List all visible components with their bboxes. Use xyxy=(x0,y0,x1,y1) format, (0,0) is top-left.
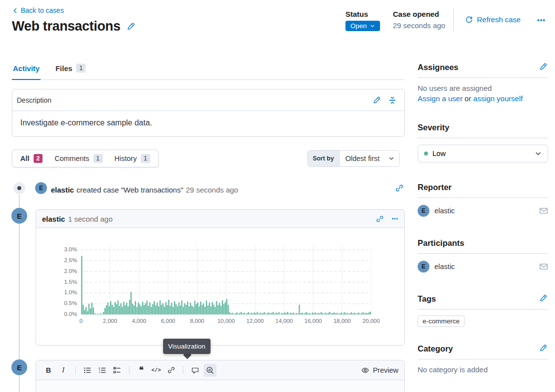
tab-activity-label: Activity xyxy=(13,64,40,73)
histogram-svg xyxy=(81,246,371,314)
header-divider xyxy=(453,7,454,32)
back-to-cases-link[interactable]: Back to cases xyxy=(12,6,64,14)
tags-title: Tags xyxy=(418,294,548,304)
y-axis-tick-label: 0.0% xyxy=(55,311,77,317)
filter-history-button[interactable]: History 1 xyxy=(109,150,156,167)
refresh-icon xyxy=(465,16,473,24)
assignees-empty-text: No users are assigned xyxy=(418,84,548,92)
severity-select[interactable]: Low xyxy=(418,145,548,162)
bold-button[interactable]: B xyxy=(42,364,55,377)
dot-icon xyxy=(17,186,21,190)
unordered-list-button[interactable] xyxy=(81,364,94,377)
or-text: or xyxy=(465,94,471,103)
case-visualization-chart[interactable]: 0.0%0.5%1.0%1.5%2.0%2.5%3.0%02,0004,0006… xyxy=(81,246,371,314)
case-actions-menu-button[interactable] xyxy=(537,16,546,25)
quote-button[interactable]: ❝ xyxy=(135,364,148,377)
y-axis-tick-label: 1.0% xyxy=(55,289,77,295)
description-header: Description xyxy=(12,89,404,111)
x-axis-tick-label: 16,000 xyxy=(298,318,329,324)
x-axis-tick-label: 4,000 xyxy=(123,318,155,324)
ordered-list-button[interactable] xyxy=(96,364,109,377)
filter-all-button[interactable]: All 2 xyxy=(14,150,48,167)
avatar: E xyxy=(11,359,27,375)
comment-card: elastic 1 second ago 0.0%0.5%1.0%1.5%2.0… xyxy=(36,209,405,346)
y-axis-tick-label: 0.5% xyxy=(55,300,77,306)
ordered-list-icon xyxy=(98,366,106,374)
avatar: E xyxy=(418,261,429,273)
edit-tags-button[interactable] xyxy=(539,294,547,302)
edit-description-button[interactable] xyxy=(373,96,381,104)
tab-files-label: Files xyxy=(55,64,72,73)
sort-by-label: Sort by xyxy=(308,151,340,166)
task-list-button[interactable] xyxy=(111,364,124,377)
status-section: Status Open xyxy=(345,10,380,31)
visualization-tooltip: Visualization xyxy=(163,339,211,354)
x-axis-tick-label: 18,000 xyxy=(326,318,358,324)
code-button[interactable]: </> xyxy=(150,364,163,377)
visualization-button[interactable] xyxy=(204,364,216,377)
eye-icon xyxy=(361,366,369,374)
assign-a-user-link[interactable]: Assign a user xyxy=(418,94,463,103)
toolbar-divider xyxy=(75,366,76,374)
preview-label: Preview xyxy=(373,366,398,374)
y-axis-tick-label: 2.5% xyxy=(55,257,77,263)
avatar: E xyxy=(35,182,47,194)
task-list-icon xyxy=(113,366,121,374)
x-axis-tick-label: 14,000 xyxy=(268,318,300,324)
sort-control: Sort by Oldest first xyxy=(307,150,400,167)
edit-category-button[interactable] xyxy=(539,344,547,352)
section-divider xyxy=(418,253,548,254)
edit-assignees-button[interactable] xyxy=(539,63,547,71)
tab-activity[interactable]: Activity xyxy=(12,63,41,80)
unordered-list-icon xyxy=(84,366,91,374)
severity-section: Severity Low xyxy=(418,123,548,162)
participant-user-name: elastic xyxy=(434,263,455,271)
category-empty-text: No category is added xyxy=(418,365,548,374)
category-title: Category xyxy=(418,344,548,353)
copy-event-link-button[interactable] xyxy=(395,184,403,192)
collapse-vertical-icon xyxy=(388,96,396,104)
pencil-icon xyxy=(127,22,135,31)
comment-actions-menu-button[interactable] xyxy=(391,215,398,222)
case-detail-page: Back to cases Web transactions Status Op… xyxy=(0,0,555,392)
case-tabs: Activity Files 1 xyxy=(12,63,405,80)
preview-button[interactable]: Preview xyxy=(361,366,398,374)
history-count-badge: 1 xyxy=(141,154,150,163)
status-label: Status xyxy=(345,10,380,18)
section-divider xyxy=(418,359,548,359)
code-icon: </> xyxy=(152,367,161,373)
tab-files[interactable]: Files 1 xyxy=(54,63,86,80)
assign-yourself-link[interactable]: assign yourself xyxy=(473,94,523,103)
sort-order-select[interactable]: Oldest first xyxy=(340,151,399,166)
comment-editor: B I ❝ </> xyxy=(36,360,405,392)
collapse-description-button[interactable] xyxy=(388,96,396,104)
speech-bubble-icon xyxy=(191,366,199,374)
refresh-label: Refresh case xyxy=(477,15,520,24)
envelope-icon xyxy=(539,262,548,271)
pencil-icon xyxy=(539,63,547,71)
description-title: Description xyxy=(17,96,51,104)
avatar: E xyxy=(418,205,429,217)
comment-header: elastic 1 second ago xyxy=(36,210,404,228)
reporter-user-name: elastic xyxy=(434,207,455,215)
status-value: Open xyxy=(350,22,367,30)
toolbar-divider xyxy=(129,366,129,374)
refresh-case-button[interactable]: Refresh case xyxy=(465,15,520,24)
section-divider xyxy=(418,78,548,78)
event-time: 29 seconds ago xyxy=(186,186,238,194)
timeline-event-marker xyxy=(13,182,25,194)
markdown-toolbar: B I ❝ </> xyxy=(36,360,404,380)
comment-bubble-button[interactable] xyxy=(189,364,202,377)
link-icon xyxy=(168,366,175,374)
x-axis-tick-label: 12,000 xyxy=(239,318,271,324)
edit-title-button[interactable] xyxy=(127,22,135,31)
copy-comment-link-button[interactable] xyxy=(376,215,384,223)
comment-textarea[interactable] xyxy=(36,380,404,392)
status-dropdown-button[interactable]: Open xyxy=(345,21,380,31)
envelope-icon xyxy=(539,206,548,215)
pencil-icon xyxy=(539,344,547,352)
filter-comments-button[interactable]: Comments 1 xyxy=(48,150,108,167)
comment-user: elastic xyxy=(42,215,65,223)
link-button[interactable] xyxy=(165,364,177,377)
italic-button[interactable]: I xyxy=(57,364,70,377)
